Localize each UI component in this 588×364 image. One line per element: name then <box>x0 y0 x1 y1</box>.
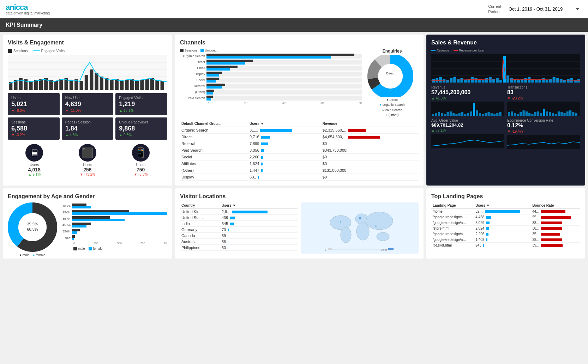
svg-rect-22 <box>100 77 103 90</box>
sales-legend: Revenue Revenue per User <box>431 49 580 52</box>
svg-rect-110 <box>499 112 502 116</box>
svg-point-40 <box>378 64 403 89</box>
svg-rect-12 <box>49 80 53 90</box>
svg-rect-30 <box>140 80 144 90</box>
svg-rect-104 <box>482 114 484 116</box>
visitor-title: Visitor Locations <box>180 193 419 200</box>
svg-rect-69 <box>517 80 520 83</box>
svg-text:Direct: Direct <box>386 72 395 75</box>
col-users: Users ▼ <box>474 202 531 209</box>
svg-rect-112 <box>511 111 513 116</box>
table-row: (Other) 1,447 $131,000,000 <box>180 167 419 174</box>
bar-axis: 02K4K6K8K <box>180 102 362 105</box>
male-legend-box <box>73 247 77 250</box>
engagement-title: Engagement by Age and Gender <box>8 193 167 200</box>
visitor-card: Visitor Locations Country Users ▼ United… <box>175 188 424 259</box>
table-row: /google+redesign/a... 2,296 35... <box>431 231 580 237</box>
channel-row: Paid Search <box>180 96 362 101</box>
kpi-bar: KPI Summary <box>0 18 588 32</box>
svg-rect-54 <box>464 80 467 83</box>
svg-point-145 <box>377 232 389 241</box>
visits-legend: Sessions Engaged Visits <box>8 49 167 53</box>
svg-rect-71 <box>524 78 527 83</box>
svg-text:2,965: 2,965 <box>381 249 388 251</box>
svg-rect-113 <box>514 113 516 116</box>
table-row: United Kin... 2,9... <box>180 208 298 214</box>
transactions-mini-chart <box>507 102 580 116</box>
kpi-title: KPI Summary <box>6 22 42 28</box>
svg-rect-116 <box>522 110 524 116</box>
period-dropdown[interactable]: Oct 1, 2019 - Oct 31, 2019 <box>505 4 582 14</box>
device-tablet: ⬛ Users 256 ▼ -73.2% <box>79 144 96 176</box>
sessions-legend-box <box>8 49 12 53</box>
enquiries-legend: ● Direct ● Organic Search ● Paid Search … <box>366 97 419 118</box>
stat-users: Users 5,021 ▼ -8.0% <box>8 93 60 115</box>
engaged-legend: Engaged Visits <box>33 49 65 53</box>
channel-row: (Other) <box>180 90 362 95</box>
table-row: Australia 56 <box>180 238 298 244</box>
svg-rect-14 <box>59 79 63 90</box>
svg-rect-27 <box>125 80 128 90</box>
avg-order-stat: Avg. Order Value $89,701,204.82 ▲ 77.1% <box>431 119 504 149</box>
svg-rect-124 <box>546 111 548 116</box>
engagement-donut: 39.5% 60.5% ● male ● female <box>8 202 57 252</box>
sales-card: Sales & Revenue Revenue Revenue per User <box>426 35 585 186</box>
svg-rect-23 <box>105 78 108 90</box>
svg-rect-89 <box>438 112 440 116</box>
visits-title: Visits & Engagement <box>8 40 167 46</box>
table-row: Paid Search 3,056 $343,750,000! <box>180 147 419 153</box>
svg-rect-80 <box>556 78 559 83</box>
sessions-legend: Sessions <box>8 49 28 53</box>
logo-subtitle: data driven digital marketing <box>6 11 50 15</box>
engagement-content: 39.5% 60.5% ● male ● female 18-24 <box>8 202 167 252</box>
svg-rect-60 <box>485 78 488 83</box>
revenue-stat: Revenue $7,445,200,000 ▲ 41.3% <box>431 85 504 116</box>
svg-rect-130 <box>563 113 565 116</box>
age-row-55-64: 55-64 <box>61 229 167 234</box>
svg-rect-101 <box>473 103 475 116</box>
svg-rect-133 <box>572 112 574 116</box>
revenue-legend-box <box>431 50 436 51</box>
header: anicca data driven digital marketing Cur… <box>0 0 588 18</box>
revenue-legend-label: Revenue <box>437 49 449 52</box>
svg-rect-50 <box>450 78 452 83</box>
svg-rect-115 <box>520 112 522 116</box>
table-row: Canada 59 <box>180 232 298 238</box>
svg-rect-88 <box>435 113 437 116</box>
svg-rect-131 <box>566 111 569 116</box>
svg-rect-132 <box>569 110 571 116</box>
visitor-table-wrap: Country Users ▼ United Kin... 2,9... Uni… <box>180 202 298 254</box>
svg-rect-77 <box>546 80 548 83</box>
table-row: /home 32,... 44... <box>431 208 580 214</box>
svg-rect-109 <box>496 113 498 116</box>
svg-rect-48 <box>443 79 445 83</box>
table-row: Organic Search 31,... $2,315,650,... <box>180 127 419 133</box>
svg-rect-8 <box>29 81 32 90</box>
svg-point-146 <box>359 217 361 219</box>
age-axis: 02505007501K <box>61 242 167 245</box>
svg-rect-47 <box>439 77 442 83</box>
svg-rect-117 <box>526 111 528 116</box>
conversion-stat: Ecommerce Conversion Rate 0.12% ▼ -19.4% <box>507 119 580 149</box>
svg-rect-18 <box>80 81 83 90</box>
period-label: CurrentPeriod <box>488 4 501 14</box>
per-user-legend-label: Revenue per User <box>459 49 485 52</box>
svg-point-144 <box>366 212 393 230</box>
stat-new-users: New Users 4,639 ▼ -11.0% <box>62 93 114 115</box>
svg-rect-152 <box>328 248 332 250</box>
world-map: 1 2,965 <box>301 202 419 254</box>
svg-rect-118 <box>528 113 530 116</box>
channel-bar-legend: Sessions Unique... <box>180 49 362 52</box>
svg-rect-62 <box>492 79 495 83</box>
svg-rect-9 <box>34 80 38 90</box>
engaged-legend-line <box>33 50 40 51</box>
tablet-icon: ⬛ <box>79 144 96 162</box>
visitor-content: Country Users ▼ United Kin... 2,9... Uni… <box>180 202 419 254</box>
svg-rect-25 <box>115 79 119 90</box>
svg-point-147 <box>340 221 341 223</box>
main-grid: Visits & Engagement Sessions Engaged Vis… <box>0 32 588 261</box>
svg-rect-97 <box>461 112 463 116</box>
svg-rect-13 <box>54 81 58 90</box>
svg-rect-127 <box>555 114 557 116</box>
landing-table: Landing Page Users ▼ Bounce Rate /home 3… <box>431 202 580 248</box>
